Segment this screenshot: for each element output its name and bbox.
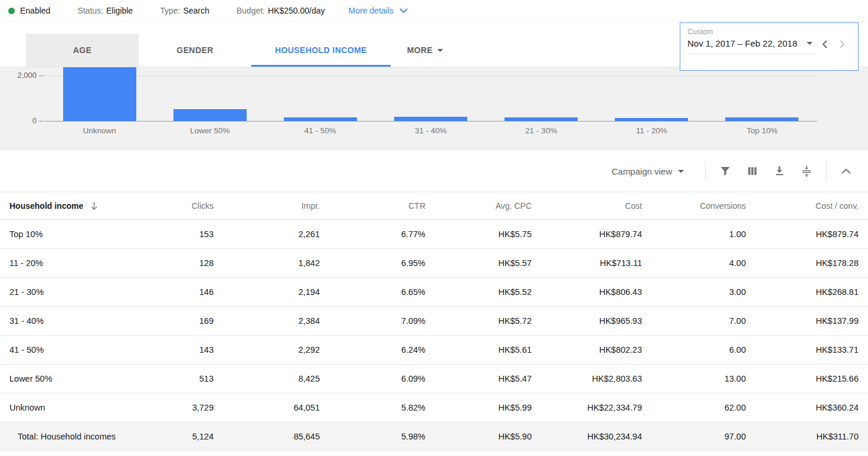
tab-household-income[interactable]: HOUSEHOLD INCOME [251, 34, 391, 67]
collapse-panel-button[interactable] [833, 159, 860, 183]
cell-value: 3,729 [136, 393, 223, 422]
column-header-household-income[interactable]: Household income [0, 192, 136, 220]
view-selector-dropdown[interactable]: Campaign view [611, 166, 684, 176]
table-row: 31 - 40%1692,3847.09%HK$5.72HK$965.937.0… [0, 307, 868, 336]
chart-labels: UnknownLower 50%41 - 50%31 - 40%21 - 30%… [44, 126, 817, 135]
table-row: 11 - 20%1281,8426.95%HK$5.57HK$713.114.0… [0, 249, 868, 278]
budget-value: HK$250.00/day [268, 6, 325, 15]
enabled-dot-icon [8, 8, 15, 14]
caret-down-icon [678, 170, 684, 173]
date-range-field[interactable]: Nov 1, 2017 – Feb 22, 2018 [687, 38, 816, 54]
bar-column [155, 67, 265, 121]
cell-value: 1,842 [223, 249, 329, 278]
cell-value: 6.00 [651, 336, 755, 365]
chevron-left-icon [821, 40, 828, 49]
bar-column [597, 67, 707, 121]
category-label: Unknown [44, 126, 155, 135]
row-label: Total: Household incomes [0, 422, 136, 451]
row-label: 21 - 30% [0, 278, 136, 307]
filter-button[interactable] [712, 159, 739, 183]
toolbar-divider [826, 162, 827, 180]
column-label: Conversions [700, 201, 746, 211]
chart-bar [725, 117, 798, 121]
columns-button[interactable] [739, 159, 766, 183]
cell-value: 169 [136, 307, 223, 336]
cell-value: 97.00 [651, 422, 755, 451]
column-header-clicks[interactable]: Clicks [136, 192, 223, 220]
cell-value: 4.00 [651, 249, 755, 278]
cell-value: 6.65% [329, 278, 435, 307]
caret-down-icon [807, 42, 813, 45]
columns-icon [746, 165, 758, 177]
toolbar-divider [705, 162, 706, 180]
chart-bar [63, 67, 136, 121]
cell-value: HK$268.81 [755, 278, 868, 307]
status-field: Status: Eligible [77, 6, 133, 15]
chart-bar [615, 118, 688, 121]
cell-value: 146 [136, 278, 223, 307]
column-label: CTR [408, 201, 425, 211]
cell-value: 5.98% [329, 422, 435, 451]
chart-bar [505, 117, 578, 121]
cell-value: 6.24% [329, 336, 435, 365]
tab-more[interactable]: MORE [391, 34, 460, 67]
cell-value: 128 [136, 249, 223, 278]
tab-age[interactable]: AGE [26, 34, 139, 67]
date-range-picker: Custom Nov 1, 2017 – Feb 22, 2018 [680, 22, 859, 71]
column-header-impr[interactable]: Impr. [223, 192, 329, 220]
chevron-up-icon [841, 168, 851, 175]
cell-value: 6.09% [329, 365, 435, 393]
chart-bar [394, 117, 467, 121]
expand-rows-button[interactable] [793, 159, 820, 183]
category-label: 21 - 30% [486, 126, 597, 135]
type-label: Type: [160, 6, 180, 15]
column-label: Avg. CPC [496, 201, 532, 211]
status-value: Eligible [106, 6, 133, 15]
column-header-cost[interactable]: Cost [541, 192, 651, 220]
column-label: Clicks [192, 201, 214, 211]
cell-value: 6.77% [329, 220, 435, 249]
table-body: Top 10%1532,2616.77%HK$5.75HK$879.741.00… [0, 220, 868, 451]
column-header-cost-per-conv[interactable]: Cost / conv. [755, 192, 868, 220]
table-row: Top 10%1532,2616.77%HK$5.75HK$879.741.00… [0, 220, 868, 249]
category-label: 41 - 50% [265, 126, 375, 135]
cell-value: 2,292 [223, 336, 329, 365]
enabled-label: Enabled [20, 6, 50, 15]
column-label: Cost [625, 201, 642, 211]
cell-value: HK$133.71 [755, 336, 868, 365]
cell-value: HK$311.70 [755, 422, 868, 451]
category-label: 31 - 40% [375, 126, 486, 135]
budget-field: Budget: HK$250.00/day [237, 6, 325, 15]
cell-value: HK$713.11 [541, 249, 651, 278]
tab-label: HOUSEHOLD INCOME [275, 45, 367, 55]
cell-value: 62.00 [651, 393, 755, 422]
cell-value: 7.09% [329, 307, 435, 336]
caret-down-icon [437, 49, 443, 52]
column-header-ctr[interactable]: CTR [329, 192, 435, 220]
row-label: 41 - 50% [0, 336, 136, 365]
chart-bar [173, 109, 247, 121]
type-value: Search [183, 6, 209, 15]
cell-value: HK$215.66 [755, 365, 868, 393]
cell-value: 8,425 [223, 365, 329, 393]
cell-value: HK$360.24 [755, 393, 868, 422]
budget-label: Budget: [237, 6, 265, 15]
column-header-conversions[interactable]: Conversions [651, 192, 755, 220]
cell-value: 2,194 [223, 278, 329, 307]
cell-value: 143 [136, 336, 223, 365]
more-details-button[interactable]: More details [349, 6, 408, 15]
column-header-avg-cpc[interactable]: Avg. CPC [435, 192, 541, 220]
download-icon [774, 165, 785, 177]
cell-value: HK$22,334.79 [541, 393, 651, 422]
download-button[interactable] [766, 159, 793, 183]
previous-date-range-button[interactable] [816, 35, 833, 53]
category-label: 11 - 20% [597, 126, 707, 135]
tab-gender[interactable]: GENDER [139, 34, 251, 67]
cell-value: HK$137.99 [755, 307, 868, 336]
table-toolbar: Campaign view [0, 150, 868, 192]
cell-value: HK$879.74 [541, 220, 651, 249]
cell-value: 1.00 [651, 220, 755, 249]
chevron-right-icon [839, 40, 846, 49]
cell-value: HK$879.74 [755, 220, 868, 249]
next-date-range-button [834, 35, 851, 53]
